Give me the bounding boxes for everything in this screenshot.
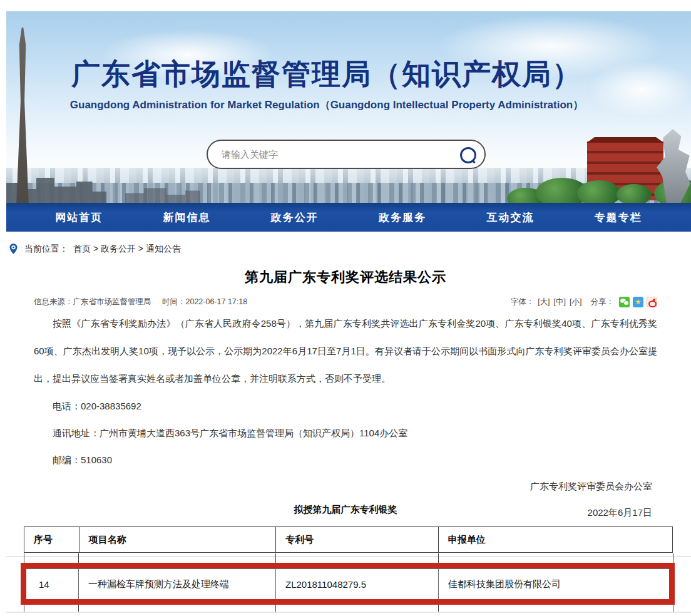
search-input[interactable] [220,148,459,160]
table-header-name: 项目名称 [79,527,275,552]
table-border-tick [78,553,79,563]
share-icons: ★ [619,297,657,307]
table-border-tick [673,553,673,563]
nav-item-news[interactable]: 新闻信息 [163,210,210,225]
article-paragraph: 按照《广东省专利奖励办法》（广东省人民政府令258号），第九届广东专利奖共评选出… [34,310,657,393]
main-nav: 网站首页 新闻信息 政务公开 政务服务 互动交流 专题专栏 [6,203,691,232]
article-meta-right: 字体： [大] [中] [小] 分享： ★ [511,297,657,307]
table-splice-gap [6,612,691,613]
row-no: 14 [26,569,78,599]
font-size-medium-button[interactable]: [中] [554,297,566,307]
article-time: 时间：2022-06-17 17:18 [162,297,247,306]
article-title: 第九届广东专利奖评选结果公示 [34,268,657,287]
font-size-small-button[interactable]: [小] [570,297,581,307]
table-header-patent: 专利号 [275,527,438,552]
row-project-name: 一种漏检车牌预测方法及处理终端 [78,569,275,599]
wechat-icon[interactable] [619,297,630,307]
breadcrumb: 当前位置： 首页 > 政务公开 > 通知公告 [8,243,181,255]
font-size-label: 字体： [511,297,535,307]
share-label: 分享： [591,297,615,307]
search-box[interactable] [207,140,486,169]
article-meta-left: 信息来源：广东省市场监督管理局 时间：2022-06-17 17:18 [34,297,256,307]
article-phone: 电话：020-38835692 [34,393,657,419]
location-pin-icon [8,243,19,255]
table-border-tick [24,553,24,563]
article-source: 信息来源：广东省市场监督管理局 [34,297,151,306]
table-caption: 拟授第九届广东专利银奖 [0,504,691,516]
table-header-row: 序号 项目名称 专利号 申报单位 [24,526,673,553]
article-postcode: 邮编：510630 [34,446,657,473]
highlighted-row-outline: 14 一种漏检车牌预测方法及处理终端 ZL201811048279.5 佳都科技… [21,563,675,605]
table-border-tick [275,553,276,563]
table-splice-gap [6,556,691,557]
nav-item-interaction[interactable]: 互动交流 [486,210,534,225]
search-icon[interactable] [459,146,476,163]
article-signature: 广东专利奖评审委员会办公室 [34,473,657,500]
breadcrumb-path[interactable]: 首页 > 政务公开 > 通知公告 [73,244,181,255]
award-table: 拟授第九届广东专利银奖 序号 项目名称 专利号 申报单位 14 一种漏检车牌预测… [0,501,691,616]
page: 广东省市场监督管理局（知识产权局） Guangdong Administrati… [0,0,691,616]
tree-graphic [577,180,621,203]
row-patent-number: ZL201811048279.5 [275,569,438,599]
font-size-large-button[interactable]: [大] [538,297,550,307]
table-row: 14 一种漏检车牌预测方法及处理终端 ZL201811048279.5 佳都科技… [26,568,669,599]
weibo-icon[interactable] [647,297,657,307]
article: 第九届广东专利奖评选结果公示 信息来源：广东省市场监督管理局 时间：2022-0… [0,268,691,526]
nav-item-special-topics[interactable]: 专题专栏 [595,210,642,225]
table-header-no: 序号 [24,527,79,552]
article-meta: 信息来源：广东省市场监督管理局 时间：2022-06-17 17:18 字体： … [34,297,657,307]
table-border-tick [438,553,439,563]
site-banner: 广东省市场监督管理局（知识产权局） Guangdong Administrati… [6,11,691,203]
row-applicant: 佳都科技集团股份有限公司 [438,569,669,599]
nav-item-gov-disclosure[interactable]: 政务公开 [271,210,319,225]
breadcrumb-label: 当前位置： [24,244,68,255]
site-subtitle: Guangdong Administration for Market Regu… [6,98,647,112]
nav-item-gov-services[interactable]: 政务服务 [379,210,426,225]
qzone-icon[interactable]: ★ [633,297,643,307]
tree-graphic [617,184,652,203]
article-address: 通讯地址：广州市黄埔大道西363号广东省市场监督管理局（知识产权局）1104办公… [34,419,657,446]
table-header-applicant: 申报单位 [438,527,672,552]
nav-item-home[interactable]: 网站首页 [55,210,103,225]
site-title: 广东省市场监督管理局（知识产权局） [6,55,647,94]
